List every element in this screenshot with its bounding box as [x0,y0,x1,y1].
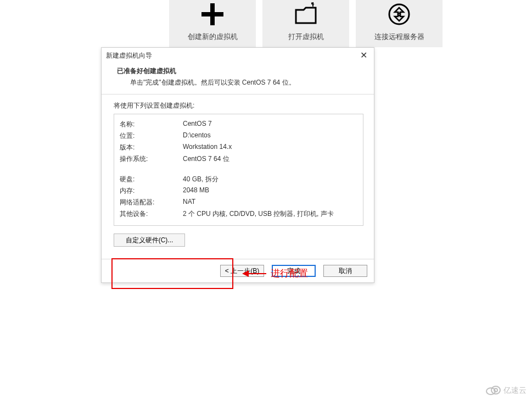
setting-row: 硬盘:40 GB, 拆分 [120,174,357,185]
setting-value: Workstation 14.x [183,142,357,153]
svg-point-8 [494,388,497,392]
plus-icon [200,2,225,28]
svg-rect-1 [201,12,223,16]
setting-value: 40 GB, 拆分 [183,174,357,185]
cloud-icon [485,384,501,397]
svg-rect-2 [312,2,313,7]
watermark: 亿速云 [485,384,527,397]
svg-point-7 [491,386,500,394]
annotation-text: 进行配置 [271,267,308,280]
setting-label: 名称: [120,119,183,130]
watermark-text: 亿速云 [503,386,527,396]
setting-row: 操作系统:CentOS 7 64 位 [120,153,357,165]
cancel-button[interactable]: 取消 [323,265,367,277]
settings-intro: 将使用下列设置创建虚拟机: [114,101,362,110]
setting-row: 内存:2048 MB [120,185,357,197]
setting-value: D:\centos [183,130,357,142]
setting-label: 网络适配器: [120,197,183,208]
setting-value: NAT [183,197,357,208]
dialog-titlebar: 新建虚拟机向导 ✕ [102,48,374,63]
header-title: 已准备好创建虚拟机 [117,66,363,76]
tile-open-vm[interactable]: 打开虚拟机 [262,0,349,47]
dialog-body: 将使用下列设置创建虚拟机: 名称:CentOS 7 位置:D:\centos 版… [102,95,374,259]
dialog-header: 已准备好创建虚拟机 单击"完成"创建虚拟机。然后可以安装 CentOS 7 64… [102,63,374,95]
dialog-title: 新建虚拟机向导 [106,51,358,60]
setting-label: 位置: [120,130,183,142]
setting-value: CentOS 7 [183,119,357,130]
tile-create-vm[interactable]: 创建新的虚拟机 [169,0,256,47]
close-icon[interactable]: ✕ [358,51,369,60]
setting-value: 2 个 CPU 内核, CD/DVD, USB 控制器, 打印机, 声卡 [183,208,357,220]
setting-row: 名称:CentOS 7 [120,119,357,130]
tile-create-label: 创建新的虚拟机 [188,32,238,42]
annotation-arrow: 进行配置 [242,267,308,280]
folder-open-icon [293,2,319,28]
tile-connect-label: 连接远程服务器 [374,32,424,42]
new-vm-wizard-dialog: 新建虚拟机向导 ✕ 已准备好创建虚拟机 单击"完成"创建虚拟机。然后可以安装 C… [101,47,374,283]
header-subtitle: 单击"完成"创建虚拟机。然后可以安装 CentOS 7 64 位。 [117,78,363,87]
setting-row: 位置:D:\centos [120,130,357,142]
setting-label: 硬盘: [120,174,183,185]
setting-value: CentOS 7 64 位 [183,153,357,165]
setting-row: 其他设备:2 个 CPU 内核, CD/DVD, USB 控制器, 打印机, 声… [120,208,357,220]
setting-value: 2048 MB [183,185,357,197]
setting-label: 其他设备: [120,208,183,220]
dialog-button-bar: < 上一步(B) 完成 取消 [102,259,374,282]
quick-actions-row: 创建新的虚拟机 打开虚拟机 连接远程服务器 [169,0,443,47]
customize-hardware-button[interactable]: 自定义硬件(C)... [114,234,185,247]
settings-summary-box: 名称:CentOS 7 位置:D:\centos 版本:Workstation … [114,114,363,226]
svg-marker-5 [242,270,249,277]
setting-label: 操作系统: [120,153,183,165]
setting-row: 版本:Workstation 14.x [120,142,357,153]
setting-label: 版本: [120,142,183,153]
tile-connect-remote[interactable]: 连接远程服务器 [356,0,443,47]
connect-remote-icon [387,2,411,28]
tile-open-label: 打开虚拟机 [288,32,324,42]
setting-label: 内存: [120,185,183,197]
setting-row: 网络适配器:NAT [120,197,357,208]
